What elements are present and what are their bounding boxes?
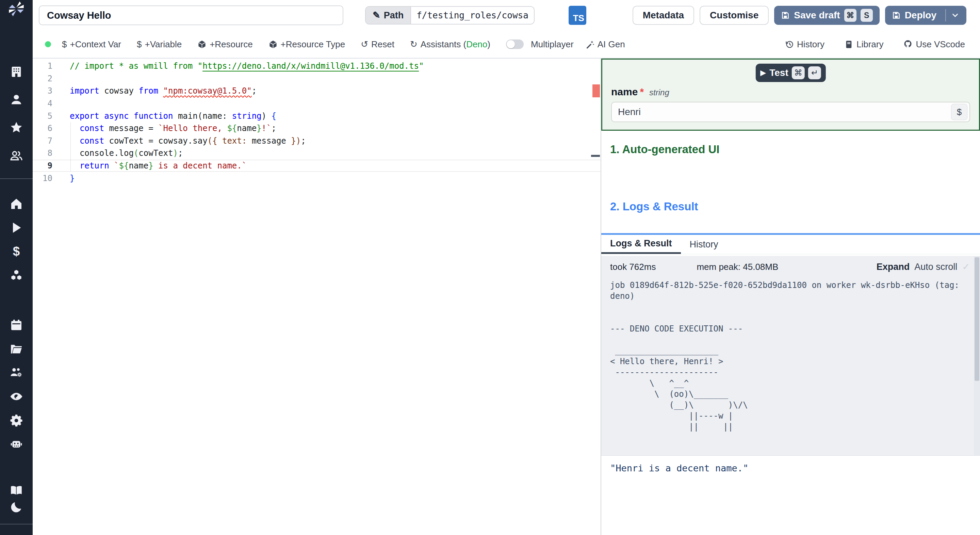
- sidebar-item-building[interactable]: [0, 59, 33, 86]
- status-dot: [45, 41, 51, 47]
- code-line[interactable]: 4: [33, 97, 601, 110]
- right-panel: ▶ Test ⌘ ↵ name* string $ 1. Auto-ge: [601, 59, 980, 535]
- line-number: 9: [33, 161, 52, 170]
- code-editor[interactable]: 1// import * as wmill from "https://deno…: [33, 59, 601, 535]
- refresh-icon: ↻: [410, 40, 417, 49]
- library-button[interactable]: Library: [844, 39, 883, 50]
- kbd-cmd: ⌘: [844, 9, 856, 22]
- svg-text:$: $: [13, 245, 20, 258]
- logs-panel: Logs & Result History took 762ms mem pea…: [601, 233, 980, 535]
- deploy-dropdown[interactable]: [945, 9, 959, 21]
- add-resource-type-button[interactable]: +Resource Type: [269, 39, 345, 50]
- history-button[interactable]: History: [785, 39, 824, 50]
- sidebar-item-cubes[interactable]: [0, 264, 33, 288]
- metadata-button[interactable]: Metadata: [633, 6, 694, 25]
- sidebar-item-star[interactable]: [0, 115, 33, 142]
- users-gear-icon: [10, 366, 23, 381]
- users-icon: [10, 149, 23, 164]
- code-line[interactable]: 3import cowsay from "npm:cowsay@1.5.0";: [33, 85, 601, 97]
- multiplayer-toggle[interactable]: [506, 40, 524, 49]
- code-line[interactable]: 7 const cowText = cowsay.say({ text: mes…: [33, 135, 601, 147]
- indent-guide: [70, 122, 71, 172]
- save-draft-button[interactable]: Save draft ⌘ S: [774, 6, 879, 25]
- gear-icon: [10, 414, 23, 428]
- test-label: Test: [769, 67, 788, 78]
- code-line[interactable]: 10}: [33, 172, 601, 185]
- assistants-button[interactable]: ↻ Assistants (Deno): [410, 39, 490, 50]
- path-value[interactable]: f/testing_roles/cowsa: [410, 7, 534, 24]
- path-label: Path: [384, 10, 404, 21]
- sidebar-item-dollar[interactable]: $: [0, 240, 33, 264]
- line-number: 5: [33, 111, 52, 121]
- reset-button[interactable]: ↺ Reset: [361, 39, 395, 50]
- sidebar-item-gear[interactable]: [0, 409, 33, 433]
- sidebar-item-folder[interactable]: [0, 338, 33, 361]
- test-button[interactable]: ▶ Test ⌘ ↵: [756, 64, 826, 82]
- robot-icon: [10, 437, 23, 452]
- run-stats: took 762ms mem peak: 45.08MB Expand Auto…: [601, 256, 980, 272]
- resource-type-label: +Resource Type: [281, 39, 345, 50]
- ai-gen-button[interactable]: AI Gen: [585, 39, 625, 50]
- auto-scroll-label[interactable]: Auto scroll: [914, 262, 957, 272]
- section-logs-result: 2. Logs & Result: [610, 200, 980, 213]
- path-button[interactable]: ✎ Path: [366, 7, 410, 24]
- assistants-lang: Deno: [466, 39, 487, 49]
- save-icon: [781, 11, 790, 20]
- code-line[interactable]: 8 console.log(cowText);: [33, 147, 601, 159]
- history-label: History: [797, 39, 824, 50]
- path-group: ✎ Path f/testing_roles/cowsa: [365, 6, 535, 24]
- deploy-button[interactable]: Deploy: [885, 6, 966, 25]
- customise-button[interactable]: Customise: [700, 6, 769, 25]
- content-area: 1// import * as wmill from "https://deno…: [33, 58, 980, 535]
- topbar: ✎ Path f/testing_roles/cowsa TS Metadata…: [33, 0, 980, 30]
- test-args-panel: ▶ Test ⌘ ↵ name* string $: [601, 59, 980, 131]
- sidebar-item-play[interactable]: [0, 217, 33, 240]
- play-icon: ▶: [760, 68, 766, 77]
- required-asterisk: *: [640, 86, 644, 98]
- sidebar-item-home[interactable]: [0, 193, 33, 217]
- sidebar-item-robot[interactable]: [0, 433, 33, 457]
- windmill-logo[interactable]: [0, 0, 33, 18]
- sidebar-item-eye[interactable]: [0, 385, 33, 409]
- expand-button[interactable]: Expand: [877, 262, 910, 272]
- book-icon: [844, 40, 853, 49]
- sidebar-item-user[interactable]: [0, 86, 33, 115]
- code-line[interactable]: 6 const message = `Hello there, ${name}!…: [33, 122, 601, 135]
- result-area: "Henri is a decent name.": [601, 455, 980, 535]
- code-line[interactable]: 5export async function main(name: string…: [33, 110, 601, 122]
- tab-logs-result[interactable]: Logs & Result: [601, 235, 681, 254]
- name-input[interactable]: [612, 107, 951, 118]
- field-type-label: string: [649, 88, 669, 97]
- add-variable-button[interactable]: $ +Variable: [137, 39, 182, 50]
- field-name-label: name: [611, 86, 638, 98]
- add-resource-button[interactable]: +Resource: [197, 39, 253, 50]
- sidebar-item-users-gear[interactable]: [0, 361, 33, 385]
- took-stat: took 762ms: [610, 262, 656, 272]
- overview-ruler[interactable]: [591, 59, 601, 535]
- logs-scrollbar[interactable]: [974, 256, 980, 455]
- tab-history[interactable]: History: [681, 235, 727, 254]
- library-label: Library: [856, 39, 883, 50]
- use-vscode-button[interactable]: Use VScode: [903, 39, 965, 50]
- arg-field-name: name* string $: [611, 86, 970, 122]
- add-context-var-button[interactable]: $ +Context Var: [62, 39, 121, 50]
- home-icon: [10, 197, 23, 212]
- use-vscode-label: Use VScode: [916, 39, 965, 50]
- sidebar-item-users[interactable]: [0, 142, 33, 170]
- dollar-icon: $: [62, 40, 67, 49]
- sidebar-item-arrow-right[interactable]: [0, 529, 33, 535]
- script-title-input[interactable]: [39, 5, 343, 25]
- line-number: 3: [33, 86, 52, 96]
- code-line[interactable]: 2: [33, 73, 601, 85]
- building-icon: [10, 65, 23, 80]
- sidebar-item-books[interactable]: [0, 482, 33, 499]
- sidebar-item-calendar[interactable]: [0, 314, 33, 338]
- deploy-label: Deploy: [905, 10, 937, 21]
- insert-variable-button[interactable]: $: [951, 104, 967, 120]
- sidebar-item-moon[interactable]: [0, 499, 33, 516]
- code-line[interactable]: 9 return `${name} is a decent name.`: [33, 159, 601, 172]
- scrollbar-thumb[interactable]: [975, 257, 979, 381]
- star-icon: [10, 121, 23, 136]
- code-line[interactable]: 1// import * as wmill from "https://deno…: [33, 60, 601, 73]
- cube-icon: [197, 40, 207, 49]
